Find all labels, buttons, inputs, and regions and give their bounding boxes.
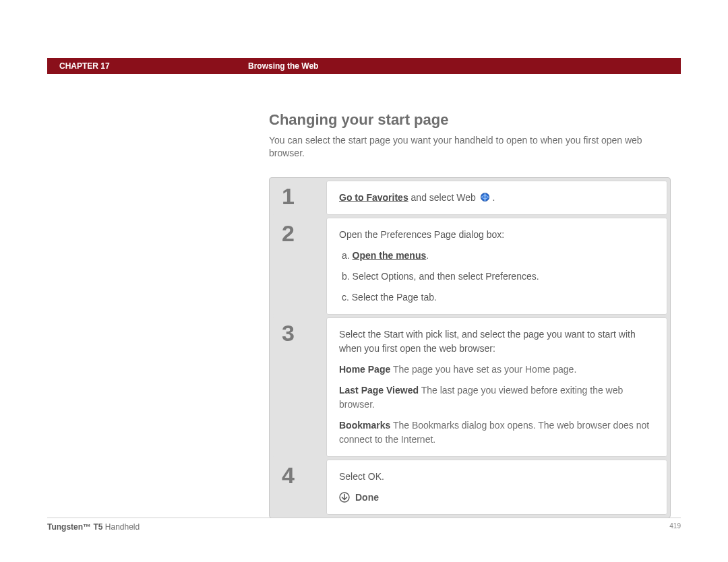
main-content: Changing your start page You can select … bbox=[269, 111, 671, 518]
step-row: 3 Select the Start with pick list, and s… bbox=[272, 317, 667, 457]
section-heading: Changing your start page bbox=[269, 111, 671, 129]
step4-line: Select OK. bbox=[339, 470, 655, 484]
open-the-menus-link[interactable]: Open the menus bbox=[353, 250, 427, 261]
chapter-title: Browsing the Web bbox=[248, 61, 318, 71]
step3-intro: Select the Start with pick list, and sel… bbox=[339, 327, 655, 356]
down-arrow-icon bbox=[339, 492, 350, 503]
option-bookmarks-term: Bookmarks bbox=[339, 420, 390, 431]
steps-container: 1 Go to Favorites and select Web . 2 O bbox=[269, 177, 671, 518]
step-body: Go to Favorites and select Web . bbox=[326, 181, 667, 215]
step2-intro: Open the Preferences Page dialog box: bbox=[339, 228, 655, 242]
step-row: 4 Select OK. Done bbox=[272, 460, 667, 515]
step2-a-suffix: . bbox=[426, 250, 429, 261]
page-number: 419 bbox=[669, 522, 681, 532]
step1-rest: and select Web bbox=[408, 192, 479, 203]
product-rest: Handheld bbox=[102, 522, 140, 532]
step2-b: b. Select Options, and then select Prefe… bbox=[342, 270, 655, 284]
period: . bbox=[490, 192, 495, 203]
option-last-page-term: Last Page Viewed bbox=[339, 385, 419, 396]
section-intro: You can select the start page you want y… bbox=[269, 134, 671, 160]
step2-c: c. Select the Page tab. bbox=[342, 290, 655, 305]
step-number: 3 bbox=[272, 317, 326, 457]
step-body: Select OK. Done bbox=[326, 460, 667, 515]
chapter-header-bar: CHAPTER 17 Browsing the Web bbox=[47, 58, 681, 74]
step-row: 1 Go to Favorites and select Web . bbox=[272, 181, 667, 215]
product-bold: Tungsten™ T5 bbox=[47, 522, 102, 532]
step-body: Select the Start with pick list, and sel… bbox=[326, 317, 667, 457]
svg-point-0 bbox=[481, 193, 489, 201]
step-number: 4 bbox=[272, 460, 326, 515]
step-body: Open the Preferences Page dialog box: a.… bbox=[326, 218, 667, 315]
step-row: 2 Open the Preferences Page dialog box: … bbox=[272, 218, 667, 315]
web-icon bbox=[480, 192, 490, 202]
done-indicator: Done bbox=[339, 491, 655, 505]
product-name: Tungsten™ T5 Handheld bbox=[47, 522, 140, 532]
done-label: Done bbox=[355, 491, 379, 505]
step-number: 1 bbox=[272, 181, 326, 215]
option-home-page-desc: The page you have set as your Home page. bbox=[390, 364, 576, 375]
page-footer: Tungsten™ T5 Handheld 419 bbox=[47, 518, 681, 532]
chapter-label: CHAPTER 17 bbox=[59, 61, 248, 71]
option-home-page-term: Home Page bbox=[339, 364, 390, 375]
step2-a-prefix: a. bbox=[342, 250, 353, 261]
go-to-favorites-link[interactable]: Go to Favorites bbox=[339, 192, 408, 203]
step-number: 2 bbox=[272, 218, 326, 315]
